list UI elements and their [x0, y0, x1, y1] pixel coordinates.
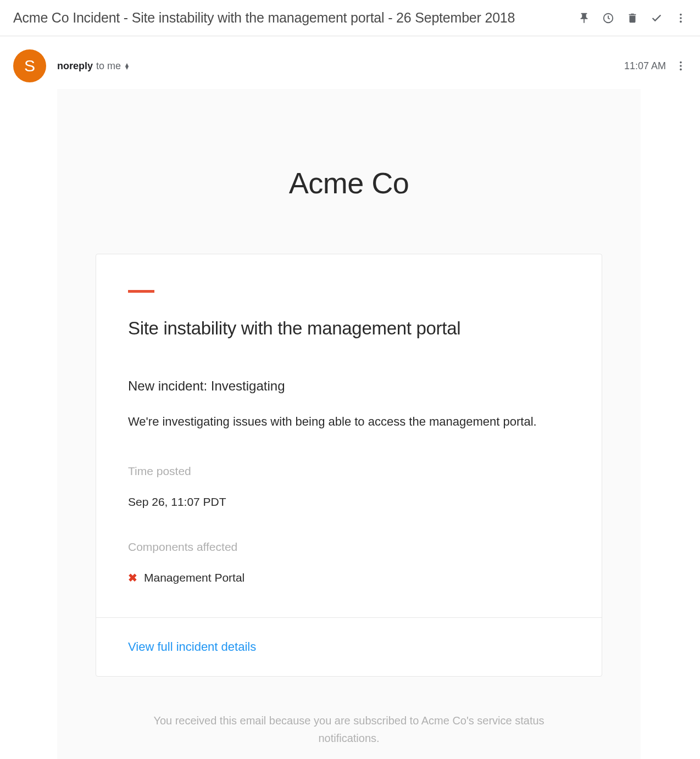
- check-icon[interactable]: [651, 12, 663, 24]
- header-actions: [578, 12, 687, 24]
- expand-recipients-icon[interactable]: ▴▾: [125, 63, 129, 69]
- timestamp: 11:07 AM: [624, 60, 666, 72]
- svg-point-3: [680, 20, 682, 23]
- status-description: We're investigating issues with being ab…: [128, 414, 570, 431]
- status-heading: New incident: Investigating: [128, 378, 570, 394]
- email-header: Acme Co Incident - Site instability with…: [0, 0, 700, 36]
- accent-bar: [128, 290, 154, 293]
- footer-text: You received this email because you are …: [96, 712, 602, 747]
- component-row: ✖ Management Portal: [128, 571, 570, 584]
- recipient-label: to me: [96, 60, 121, 72]
- clock-icon[interactable]: [602, 12, 614, 24]
- card-footer: View full incident details: [96, 617, 602, 676]
- email-body: Acme Co Site instability with the manage…: [57, 89, 641, 759]
- svg-point-5: [680, 65, 682, 67]
- meta-right: 11:07 AM: [624, 60, 687, 72]
- incident-card: Site instability with the management por…: [96, 254, 602, 677]
- email-meta-row: S noreply to me ▴▾ 11:07 AM: [0, 36, 700, 89]
- company-title: Acme Co: [96, 166, 602, 200]
- message-more-icon[interactable]: [675, 60, 687, 72]
- svg-point-6: [680, 69, 682, 71]
- time-posted-label: Time posted: [128, 465, 570, 478]
- pin-icon[interactable]: [578, 12, 590, 24]
- email-subject: Acme Co Incident - Site instability with…: [13, 10, 515, 26]
- trash-icon[interactable]: [626, 12, 638, 24]
- sender-info: noreply to me ▴▾: [57, 60, 129, 72]
- x-icon: ✖: [128, 571, 137, 584]
- view-details-link[interactable]: View full incident details: [128, 640, 256, 654]
- sender-name: noreply: [57, 60, 93, 72]
- component-name: Management Portal: [144, 571, 245, 584]
- card-body: Site instability with the management por…: [96, 254, 602, 617]
- components-label: Components affected: [128, 540, 570, 554]
- time-posted-value: Sep 26, 11:07 PDT: [128, 495, 570, 509]
- svg-point-4: [680, 62, 682, 64]
- svg-point-2: [680, 17, 682, 19]
- incident-title: Site instability with the management por…: [128, 318, 570, 339]
- avatar[interactable]: S: [13, 49, 46, 82]
- svg-point-1: [680, 13, 682, 15]
- email-body-wrapper: Acme Co Site instability with the manage…: [0, 89, 700, 759]
- more-icon[interactable]: [675, 12, 687, 24]
